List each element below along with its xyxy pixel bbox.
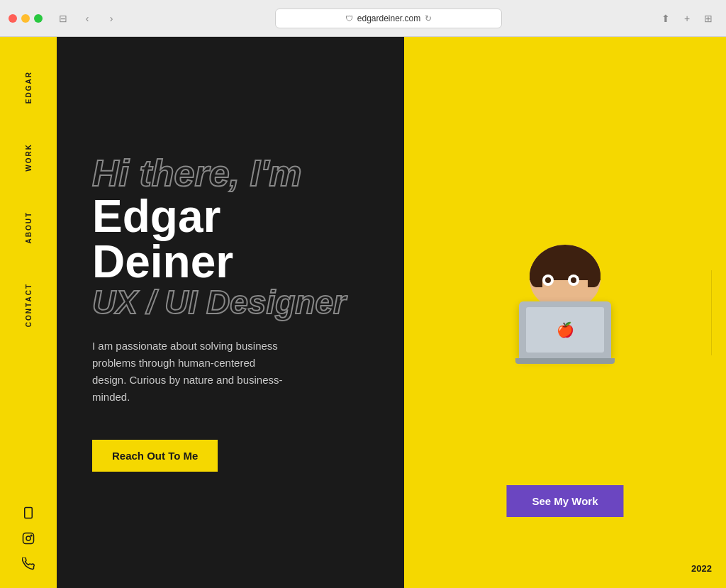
forward-button[interactable]: › [102, 9, 121, 28]
laptop-screen: 🍎 [526, 307, 604, 353]
traffic-lights [9, 14, 43, 23]
pupil-right [571, 277, 576, 283]
head [530, 245, 601, 309]
add-tab-button[interactable]: + [678, 9, 696, 28]
close-button[interactable] [9, 14, 17, 23]
vertical-line [711, 270, 712, 355]
svg-point-3 [26, 536, 30, 540]
back-button[interactable]: ‹ [78, 9, 96, 28]
see-my-work-button[interactable]: See My Work [506, 485, 623, 517]
sidebar-item-contact[interactable]: CONTACT [25, 263, 33, 347]
pupil-left [545, 277, 551, 283]
sidebar-icons [21, 506, 35, 588]
shield-icon: 🛡 [345, 14, 353, 23]
toolbar-right: ⬆ + ⊞ [657, 9, 717, 28]
year-label: 2022 [691, 563, 712, 574]
phone-flip-icon[interactable] [21, 506, 35, 520]
svg-point-4 [30, 535, 32, 536]
share-button[interactable]: ⬆ [657, 9, 675, 28]
reload-icon: ↻ [425, 13, 432, 23]
sidebar-item-edgar[interactable]: EDGAR [25, 51, 33, 123]
svg-rect-2 [23, 533, 34, 544]
grid-button[interactable]: ⊞ [699, 9, 717, 28]
url-text: edgardeiner.com [357, 13, 420, 23]
eye-left [542, 274, 554, 286]
phone-call-icon[interactable] [21, 557, 35, 571]
hero-text: Hi there, I'm Edgar Deiner UX / UI Desig… [92, 153, 369, 321]
apple-logo-icon: 🍎 [557, 321, 574, 338]
address-bar[interactable]: 🛡 edgardeiner.com ↻ [275, 9, 502, 28]
greeting-text: Hi there, I'm [92, 153, 369, 194]
reach-out-button[interactable]: Reach Out To Me [92, 440, 218, 472]
sidebar: EDGAR WORK ABOUT CONTACT [0, 37, 57, 588]
address-bar-container: 🛡 edgardeiner.com ↻ [126, 9, 651, 28]
minimize-button[interactable] [21, 14, 30, 23]
black-section: Hi there, I'm Edgar Deiner UX / UI Desig… [57, 37, 404, 588]
memoji-avatar: 🍎 [508, 245, 622, 358]
name-text: Edgar Deiner [92, 194, 369, 284]
hair-side-left [530, 266, 542, 287]
laptop-base [515, 358, 615, 364]
yellow-section: 🍎 See My Work 2022 [404, 37, 726, 588]
maximize-button[interactable] [34, 14, 43, 23]
sidebar-toggle-button[interactable]: ⊟ [54, 9, 72, 28]
eye-right [568, 274, 579, 286]
main-content: EDGAR WORK ABOUT CONTACT [0, 37, 726, 588]
instagram-icon[interactable] [21, 531, 35, 545]
nav-items: EDGAR WORK ABOUT CONTACT [25, 37, 33, 506]
hair-side-right [588, 266, 601, 287]
sidebar-item-about[interactable]: ABOUT [25, 192, 33, 264]
laptop-body: 🍎 [519, 301, 611, 358]
avatar-container: 🍎 [508, 245, 622, 358]
eyes [542, 274, 579, 286]
description-text: I am passionate about solving business p… [92, 338, 291, 406]
browser-chrome: ⊟ ‹ › 🛡 edgardeiner.com ↻ ⬆ + ⊞ [0, 0, 726, 37]
title-text: UX / UI Designer [92, 284, 369, 321]
sidebar-item-work[interactable]: WORK [25, 123, 33, 192]
